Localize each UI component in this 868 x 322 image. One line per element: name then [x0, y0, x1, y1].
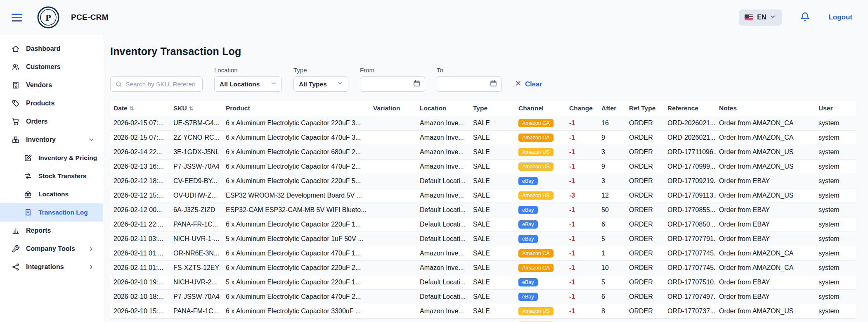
cell-location: Default Locati...	[416, 203, 470, 217]
cell-date: 2026-02-13 16:...	[110, 160, 170, 174]
cell-channel: Amazon US	[515, 319, 566, 322]
channel-badge: eBay	[518, 177, 538, 185]
cell-ref-type: ORDER	[626, 160, 664, 174]
receipt-icon	[24, 208, 32, 217]
cell-channel: Amazon CA	[515, 246, 566, 261]
cell-variation	[370, 232, 416, 246]
cell-after: 9	[598, 319, 626, 322]
sidebar-item-inventory[interactable]: Inventory	[0, 131, 103, 149]
cell-sku: CV-EED9-BY...	[170, 174, 222, 188]
cell-type: SALE	[470, 217, 515, 232]
sidebar-item-transaction-log[interactable]: Transaction Log	[0, 203, 103, 222]
column-header-date[interactable]: Date⇅	[110, 101, 170, 116]
cell-product: ESP32 WROOM-32 Development Board 5V ...	[222, 188, 370, 203]
cell-channel: eBay	[515, 232, 566, 246]
cell-reference: ORD-1770850...	[664, 217, 716, 232]
logout-link[interactable]: Logout	[828, 13, 852, 21]
type-filter-select[interactable]: All Types	[293, 76, 348, 92]
cell-variation	[370, 188, 416, 203]
cell-change: -1	[566, 246, 598, 261]
sidebar-item-label: Orders	[26, 118, 47, 125]
app-logo: P	[37, 6, 59, 29]
table-row[interactable]: 2026-02-12 00...6A-J3Z5-ZIZDESP32-CAM ES…	[110, 203, 856, 217]
cell-variation	[370, 290, 416, 304]
table-row[interactable]: 2026-02-10 18:...P7-JSSW-70A46 x Aluminu…	[110, 290, 856, 304]
cell-user: system	[815, 290, 856, 304]
cell-date: 2026-02-14 22...	[110, 145, 170, 160]
cell-location: Default Locati...	[416, 232, 470, 246]
channel-badge: Amazon CA	[518, 264, 553, 272]
sidebar-item-label: Products	[26, 100, 54, 107]
clear-filters-button[interactable]: Clear	[513, 80, 542, 92]
column-header-notes: Notes	[716, 101, 815, 116]
cell-after: 1	[598, 246, 626, 261]
cell-date: 2026-02-10 18:...	[110, 290, 170, 304]
sidebar-item-label: Company Tools	[26, 245, 75, 253]
cell-notes: Order from EBAY	[716, 290, 815, 304]
cell-after: 9	[598, 131, 626, 145]
table-row[interactable]: 2026-02-10 19:...NICH-UVR-2...5 x Alumin…	[110, 275, 856, 290]
sidebar-item-label: Locations	[38, 191, 69, 198]
table-row[interactable]: 2026-02-11 01:...OR-NR6E-3N...6 x Alumin…	[110, 246, 856, 261]
location-filter-select[interactable]: All Locations	[214, 76, 282, 92]
cell-after: 3	[598, 174, 626, 188]
cell-date: 2026-02-15 07:...	[110, 131, 170, 145]
language-selector[interactable]: EN	[739, 10, 782, 26]
cell-notes: Order from AMAZON_US	[716, 160, 815, 174]
cell-reference: ORD-17707745...	[664, 261, 716, 275]
table-row[interactable]: 2026-02-15 07:...UE-S7BM-G4...6 x Alumin…	[110, 116, 856, 131]
table-row[interactable]: 2026-02-13 16:...P7-JSSW-70A46 x Aluminu…	[110, 160, 856, 174]
sidebar-item-company-tools[interactable]: Company Tools	[0, 240, 103, 258]
sidebar-item-integrations[interactable]: Integrations	[0, 258, 103, 276]
menu-toggle-button[interactable]	[12, 14, 22, 21]
table-row[interactable]: 2026-02-11 03:...NICH-UVR-1-...5 x Alumi…	[110, 232, 856, 246]
table-row[interactable]: 2026-02-12 18:...CV-EED9-BY...6 x Alumin…	[110, 174, 856, 188]
column-header-sku[interactable]: SKU⇅	[170, 101, 222, 116]
sidebar-item-label: Transaction Log	[38, 209, 88, 216]
sidebar-item-locations[interactable]: Locations	[0, 185, 103, 203]
cell-user: system	[815, 319, 856, 322]
table-row[interactable]: 2026-02-12 15:...OV-UDHW-Z...ESP32 WROOM…	[110, 188, 856, 203]
table-row[interactable]: 2026-02-10 07:...PANA-FM-1C...6 x Alumin…	[110, 319, 856, 322]
cell-after: 50	[598, 203, 626, 217]
cell-notes: Order from EBAY	[716, 217, 815, 232]
calendar-icon[interactable]	[490, 79, 497, 89]
cell-after: 12	[598, 188, 626, 203]
table-row[interactable]: 2026-02-15 07:...2Z-YCNO-RC...6 x Alumin…	[110, 131, 856, 145]
cell-variation	[370, 304, 416, 319]
cell-location: Amazon Inve...	[416, 319, 470, 322]
sidebar-item-orders[interactable]: Orders	[0, 112, 103, 131]
cell-ref-type: ORDER	[626, 131, 664, 145]
from-date-input[interactable]	[364, 81, 406, 88]
sidebar-item-vendors[interactable]: Vendors	[0, 76, 103, 94]
sidebar-item-dashboard[interactable]: Dashboard	[0, 40, 103, 58]
cell-product: 6 x Aluminum Electrolytic Capacitor 220u…	[222, 116, 370, 131]
table-row[interactable]: 2026-02-10 15:...PANA-FM-1C...6 x Alumin…	[110, 304, 856, 319]
table-row[interactable]: 2026-02-14 22...3E-1GDX-J5NL6 x Aluminum…	[110, 145, 856, 160]
sidebar-item-stock-transfers[interactable]: Stock Transfers	[0, 167, 103, 185]
table-row[interactable]: 2026-02-11 01:...FS-XZTS-12EY6 x Aluminu…	[110, 261, 856, 275]
sidebar-item-reports[interactable]: Reports	[0, 222, 103, 240]
filters-bar: Location All Locations Type All Types Fr…	[110, 67, 856, 92]
sidebar-item-products[interactable]: Products	[0, 94, 103, 112]
cell-user: system	[815, 145, 856, 160]
column-header-reference: Reference	[664, 101, 716, 116]
type-filter-value: All Types	[299, 81, 327, 88]
cell-notes: Order from AMAZON_CA	[716, 116, 815, 131]
calendar-icon[interactable]	[413, 79, 421, 89]
cell-channel: Amazon CA	[515, 116, 566, 131]
cell-sku: 6A-J3Z5-ZIZD	[170, 203, 222, 217]
cell-notes: Order from AMAZON_US	[716, 145, 815, 160]
sidebar-item-customers[interactable]: Customers	[0, 58, 103, 76]
search-input[interactable]	[125, 81, 198, 88]
notifications-button[interactable]	[800, 12, 810, 23]
cell-user: system	[815, 131, 856, 145]
cell-ref-type: ORDER	[626, 203, 664, 217]
table-row[interactable]: 2026-02-11 22:...PANA-FR-1C...6 x Alumin…	[110, 217, 856, 232]
sidebar-item-inventory-pricing[interactable]: Inventory & Pricing	[0, 149, 103, 167]
to-date-input[interactable]	[441, 81, 482, 88]
cell-variation	[370, 261, 416, 275]
cell-date: 2026-02-12 00...	[110, 203, 170, 217]
cell-notes: Order from EBAY	[716, 275, 815, 290]
cell-type: SALE	[470, 116, 515, 131]
